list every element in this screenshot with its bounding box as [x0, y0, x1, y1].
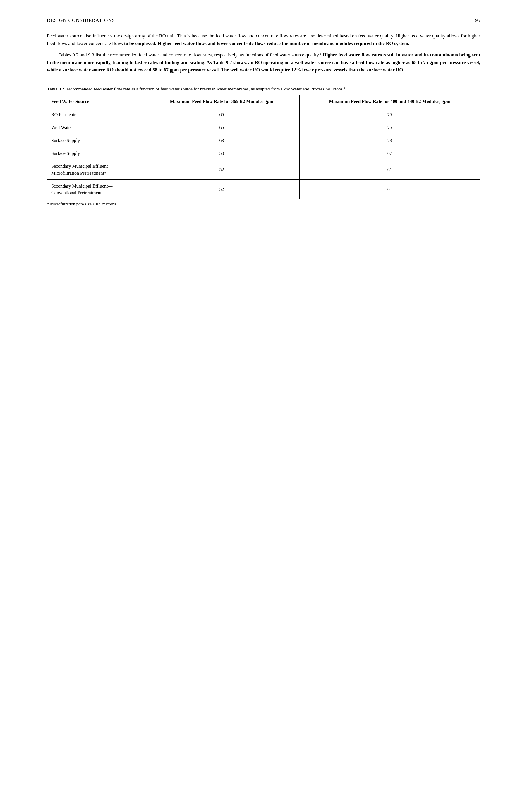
cell-col3-1: 75 [299, 108, 480, 121]
cell-col2-6: 52 [144, 179, 299, 199]
table-row: Surface Supply 63 73 [47, 134, 480, 147]
page-number: 195 [473, 17, 481, 24]
table-header-row: Feed Water Source Maximum Feed Flow Rate… [47, 96, 480, 108]
cell-col3-6: 61 [299, 179, 480, 199]
table-row: Surface Supply 58 67 [47, 147, 480, 160]
table-footnote: * Microfiltration pore size < 0.5 micron… [47, 202, 480, 207]
cell-col3-3: 73 [299, 134, 480, 147]
page-header-title: Design Considerations [47, 17, 115, 24]
cell-source-2: Well Water [47, 121, 144, 134]
table-row: Secondary Municipal Effluent—Microfiltra… [47, 160, 480, 179]
cell-col3-4: 67 [299, 147, 480, 160]
cell-col2-4: 58 [144, 147, 299, 160]
cell-source-6: Secondary Municipal Effluent—Conventiona… [47, 179, 144, 199]
table-row: Secondary Municipal Effluent—Conventiona… [47, 179, 480, 199]
cell-col2-1: 65 [144, 108, 299, 121]
page-header: Design Considerations 195 [47, 17, 480, 24]
table-caption: Table 9.2 Recommended feed water flow ra… [47, 86, 480, 92]
paragraph-1: Feed water source also influences the de… [47, 32, 480, 47]
cell-col3-5: 61 [299, 160, 480, 179]
caption-bold: Table 9.2 [47, 86, 64, 91]
cell-source-1: RO Permeate [47, 108, 144, 121]
chapter-title: Design Considerations [47, 17, 115, 23]
cell-col2-5: 52 [144, 160, 299, 179]
table-row: Well Water 65 75 [47, 121, 480, 134]
cell-col3-2: 75 [299, 121, 480, 134]
cell-col2-3: 63 [144, 134, 299, 147]
cell-source-5: Secondary Municipal Effluent—Microfiltra… [47, 160, 144, 179]
table-section: Table 9.2 Recommended feed water flow ra… [47, 86, 480, 207]
col-header-365: Maximum Feed Flow Rate for 365 ft2 Modul… [144, 96, 299, 108]
cell-source-4: Surface Supply [47, 147, 144, 160]
data-table: Feed Water Source Maximum Feed Flow Rate… [47, 95, 480, 199]
col-header-400-440: Maximum Feed Flow Rate for 400 and 440 f… [299, 96, 480, 108]
caption-text: Recommended feed water flow rate as a fu… [64, 86, 345, 91]
table-row: RO Permeate 65 75 [47, 108, 480, 121]
col-header-source: Feed Water Source [47, 96, 144, 108]
paragraph-2: Tables 9.2 and 9.3 list the recommended … [47, 51, 480, 74]
cell-col2-2: 65 [144, 121, 299, 134]
cell-source-3: Surface Supply [47, 134, 144, 147]
